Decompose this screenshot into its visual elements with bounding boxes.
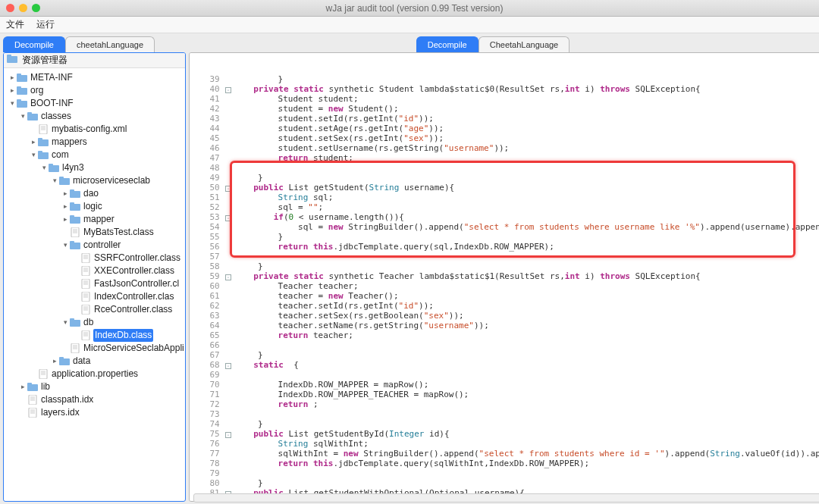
code-line[interactable]: 55 } [190, 232, 819, 242]
tree-file[interactable]: FastJsonController.cl [4, 277, 185, 290]
code-panel[interactable]: 39 }40- private static synthetic Student… [189, 52, 819, 502]
code-line[interactable]: 61 teacher = new Teacher(); [190, 291, 819, 301]
code-line[interactable]: 63 teacher.setSex(rs.getBoolean("sex")); [190, 311, 819, 321]
tree-folder[interactable]: ▸META-INF [4, 71, 185, 84]
tree-folder[interactable]: ▾controller [4, 239, 185, 252]
menu-file[interactable]: 文件 [6, 18, 24, 31]
code-line[interactable]: 54 sql = new StringBuilder().append("sel… [190, 222, 819, 232]
disclosure-arrow-icon[interactable]: ▸ [61, 213, 69, 226]
disclosure-arrow-icon[interactable]: ▸ [8, 71, 16, 84]
disclosure-arrow-icon[interactable]: ▾ [19, 110, 27, 123]
code-line[interactable]: 67 } [190, 350, 819, 360]
tree-folder[interactable]: ▸mappers [4, 136, 185, 149]
code-line[interactable]: 59- private static synthetic Teacher lam… [190, 271, 819, 281]
code-line[interactable]: 41 Student student; [190, 94, 819, 104]
tree-folder[interactable]: ▾com [4, 149, 185, 161]
code-line[interactable]: 78 return this.jdbcTemplate.query(sqlWit… [190, 459, 819, 468]
file-icon [80, 330, 92, 341]
tree-folder[interactable]: ▾l4yn3 [4, 161, 185, 174]
code-line[interactable]: 53- if(0 < username.length()){ [190, 212, 819, 222]
fold-icon[interactable]: - [225, 87, 231, 93]
disclosure-arrow-icon[interactable]: ▾ [30, 149, 37, 161]
tree-folder[interactable]: ▸data [4, 355, 185, 368]
scrollbar-horizontal[interactable] [193, 493, 819, 502]
tree-file[interactable]: MyBatsTest.class [4, 226, 185, 239]
code-line[interactable]: 72 return ; [190, 399, 819, 409]
tab-decompile-left[interactable]: Decompile [3, 36, 65, 52]
tree-file[interactable]: SSRFController.class [4, 252, 185, 265]
code-line[interactable]: 44 student.setAge(rs.getInt("age")); [190, 124, 819, 133]
tree-folder[interactable]: ▾BOOT-INF [4, 97, 185, 110]
fold-icon[interactable]: - [225, 274, 231, 280]
disclosure-arrow-icon[interactable]: ▾ [40, 161, 48, 174]
disclosure-arrow-icon[interactable]: ▸ [30, 136, 37, 149]
code-line[interactable]: 56 return this.jdbcTemplate.query(sql,In… [190, 242, 819, 252]
disclosure-arrow-icon[interactable]: ▾ [61, 316, 69, 329]
disclosure-arrow-icon[interactable]: ▾ [8, 97, 16, 110]
tree-folder[interactable]: ▾microserviceseclab [4, 174, 185, 187]
code-line[interactable]: 64 teacher.setName(rs.getString("usernam… [190, 321, 819, 330]
code-line[interactable]: 80 } [190, 478, 819, 488]
tree-folder[interactable]: ▸mapper [4, 213, 185, 226]
file-tree[interactable]: ▸META-INF▸org▾BOOT-INF▾classesmybatis-co… [4, 68, 185, 422]
fold-icon[interactable]: - [225, 215, 231, 221]
tree-folder[interactable]: ▸dao [4, 187, 185, 200]
code-line[interactable]: 43 student.setId(rs.getInt("id")); [190, 114, 819, 124]
tree-file[interactable]: layers.idx [4, 406, 185, 419]
code-line[interactable]: 70 IndexDb.ROW_MAPPER = mapRow(); [190, 380, 819, 390]
menu-run[interactable]: 运行 [36, 18, 55, 31]
tree-folder[interactable]: ▸logic [4, 200, 185, 213]
disclosure-arrow-icon[interactable]: ▾ [61, 239, 69, 252]
code-line[interactable]: 60 Teacher teacher; [190, 281, 819, 291]
code-line[interactable]: 74 } [190, 419, 819, 429]
tree-file[interactable]: RceController.class [4, 303, 185, 316]
disclosure-arrow-icon[interactable]: ▾ [51, 174, 58, 187]
code-line[interactable]: 68- static { [190, 360, 819, 370]
code-line[interactable]: 73 [190, 409, 819, 419]
code-line[interactable]: 65 return teacher; [190, 330, 819, 340]
tree-file[interactable]: IndexDb.class [4, 329, 185, 342]
tree-file[interactable]: MicroServiceSeclabAppli [4, 342, 185, 355]
code-line[interactable]: 75- public List getStudentById(Integer i… [190, 429, 819, 439]
tree-folder[interactable]: ▾classes [4, 110, 185, 123]
tree-file[interactable]: classpath.idx [4, 393, 185, 406]
fold-icon[interactable]: - [225, 432, 231, 438]
tree-folder[interactable]: ▸org [4, 84, 185, 97]
code-line[interactable]: 51 String sql; [190, 193, 819, 202]
tab-cheetah-right[interactable]: CheetahLanguage [479, 36, 570, 52]
code-line[interactable]: 50- public List getStudent(String userna… [190, 183, 819, 193]
tree-file[interactable]: application.properties [4, 368, 185, 380]
disclosure-arrow-icon[interactable]: ▸ [61, 187, 69, 200]
code-line[interactable]: 62 teacher.setId(rs.getInt("id")); [190, 301, 819, 311]
code-line[interactable]: 79 [190, 468, 819, 478]
code-line[interactable]: 52 sql = ""; [190, 202, 819, 212]
code-line[interactable]: 69 [190, 370, 819, 380]
tab-decompile-right[interactable]: Decompile [416, 36, 479, 52]
tab-cheetah-left[interactable]: cheetahLanguage [65, 36, 155, 52]
disclosure-arrow-icon[interactable]: ▸ [8, 84, 16, 97]
code-line[interactable]: 71 IndexDb.ROW_MAPPER_TEACHER = mapRow()… [190, 390, 819, 399]
code-line[interactable]: 46 student.setUsername(rs.getString("use… [190, 143, 819, 153]
code-line[interactable]: 42 student = new Student(); [190, 104, 819, 114]
code-line[interactable]: 66 [190, 340, 819, 350]
code-line[interactable]: 57 [190, 252, 819, 261]
disclosure-arrow-icon[interactable]: ▸ [61, 200, 69, 213]
disclosure-arrow-icon[interactable]: ▸ [19, 380, 27, 393]
fold-icon[interactable]: - [225, 363, 231, 369]
code-line[interactable]: 47 return student; [190, 153, 819, 163]
tree-file[interactable]: mybatis-config.xml [4, 123, 185, 136]
fold-icon[interactable]: - [225, 186, 231, 192]
code-line[interactable]: 77 sqlWithInt = new StringBuilder().appe… [190, 449, 819, 459]
disclosure-arrow-icon[interactable]: ▸ [51, 355, 58, 368]
code-line[interactable]: 40- private static synthetic Student lam… [190, 84, 819, 94]
code-line[interactable]: 39 } [190, 74, 819, 84]
tree-folder[interactable]: ▾db [4, 316, 185, 329]
tree-file[interactable]: IndexController.clas [4, 290, 185, 303]
tree-file[interactable]: XXEController.class [4, 265, 185, 277]
tree-folder[interactable]: ▸lib [4, 380, 185, 393]
code-line[interactable]: 48 [190, 163, 819, 173]
code-line[interactable]: 45 student.setSex(rs.getInt("sex")); [190, 133, 819, 143]
code-line[interactable]: 49 } [190, 173, 819, 183]
code-line[interactable]: 58 } [190, 261, 819, 271]
code-line[interactable]: 76 String sqlWithInt; [190, 439, 819, 449]
